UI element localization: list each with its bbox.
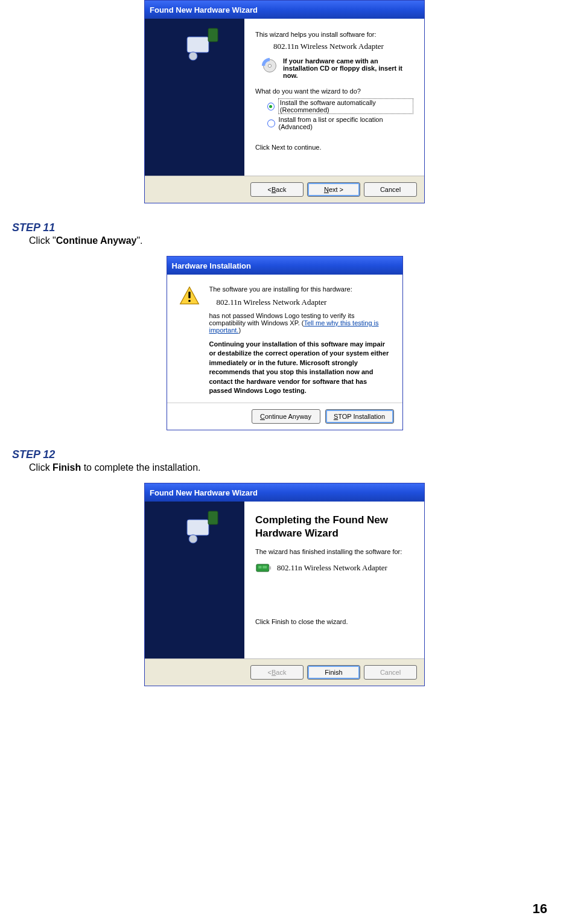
svg-rect-12 [258, 566, 261, 568]
wizard-graphic-icon [181, 25, 223, 67]
svg-rect-6 [188, 292, 190, 298]
found-new-hardware-wizard-1: Found New Hardware Wizard This wizard he… [144, 0, 425, 203]
step-11-text: Click "Continue Anyway". [29, 235, 557, 246]
svg-point-2 [189, 52, 197, 60]
cd-icon [261, 57, 278, 74]
window-title: Found New Hardware Wizard [150, 488, 258, 497]
titlebar: Found New Hardware Wizard [145, 1, 424, 19]
step-12-text: Click Finish to complete the installatio… [29, 462, 557, 473]
finish-button[interactable]: Finish [307, 665, 360, 680]
svg-rect-9 [208, 511, 218, 524]
svg-rect-11 [256, 564, 269, 572]
warning-bold-text: Continuing your installation of this sof… [209, 340, 390, 395]
back-button[interactable]: < Back [250, 182, 304, 197]
side-graphic-panel [145, 19, 244, 176]
found-new-hardware-wizard-complete: Found New Hardware Wizard Completing the… [144, 483, 425, 686]
hardware-installation-warning: Hardware Installation The software you a… [167, 256, 403, 430]
svg-point-4 [268, 64, 271, 67]
svg-rect-1 [208, 28, 218, 42]
completion-heading: Completing the Found New Hardware Wizard [255, 514, 413, 540]
warn-line1: The software you are installing for this… [209, 285, 390, 293]
svg-rect-0 [187, 37, 209, 53]
logo-test-text: has not passed Windows Logo testing to v… [209, 312, 390, 334]
device-name: 802.11n Wireless Network Adapter [277, 563, 387, 573]
cancel-button: Cancel [364, 665, 417, 680]
svg-point-10 [189, 535, 197, 543]
click-next-text: Click Next to continue. [255, 144, 413, 151]
continue-anyway-button[interactable]: Continue Anyway [252, 409, 320, 424]
svg-rect-8 [187, 520, 209, 535]
question-text: What do you want the wizard to do? [255, 88, 413, 95]
svg-rect-14 [269, 566, 271, 569]
intro-text: This wizard helps you install software f… [255, 31, 413, 38]
window-title: Found New Hardware Wizard [150, 5, 258, 14]
back-button: < Back [250, 665, 304, 680]
radio-advanced-install[interactable]: Install from a list or specific location… [267, 116, 413, 130]
window-title: Hardware Installation [172, 261, 251, 270]
device-name: 802.11n Wireless Network Adapter [273, 42, 413, 51]
titlebar: Found New Hardware Wizard [145, 483, 424, 502]
cd-instruction: If your hardware came with an installati… [283, 57, 413, 79]
radio-auto-label: Install the software automatically (Reco… [278, 98, 413, 114]
network-adapter-icon [255, 560, 272, 576]
finished-text: The wizard has finished installing the s… [255, 548, 413, 555]
step-12-heading: STEP 12 [12, 448, 557, 461]
radio-icon [267, 103, 275, 110]
stop-installation-button[interactable]: STOP Installation [325, 409, 394, 424]
svg-rect-13 [262, 566, 267, 568]
page-number: 16 [533, 901, 547, 917]
radio-auto-install[interactable]: Install the software automatically (Reco… [267, 98, 413, 114]
side-graphic-panel [145, 502, 244, 658]
radio-icon [267, 119, 275, 127]
warning-icon [179, 285, 200, 306]
step-11-heading: STEP 11 [12, 221, 557, 234]
wizard-graphic-icon [181, 508, 223, 550]
next-button[interactable]: Next > [307, 182, 360, 197]
svg-point-7 [188, 300, 191, 302]
cancel-button[interactable]: Cancel [364, 182, 417, 197]
titlebar: Hardware Installation [167, 256, 402, 275]
click-finish-text: Click Finish to close the wizard. [255, 618, 413, 625]
radio-advanced-label: Install from a list or specific location… [279, 116, 413, 130]
device-name: 802.11n Wireless Network Adapter [217, 298, 390, 307]
